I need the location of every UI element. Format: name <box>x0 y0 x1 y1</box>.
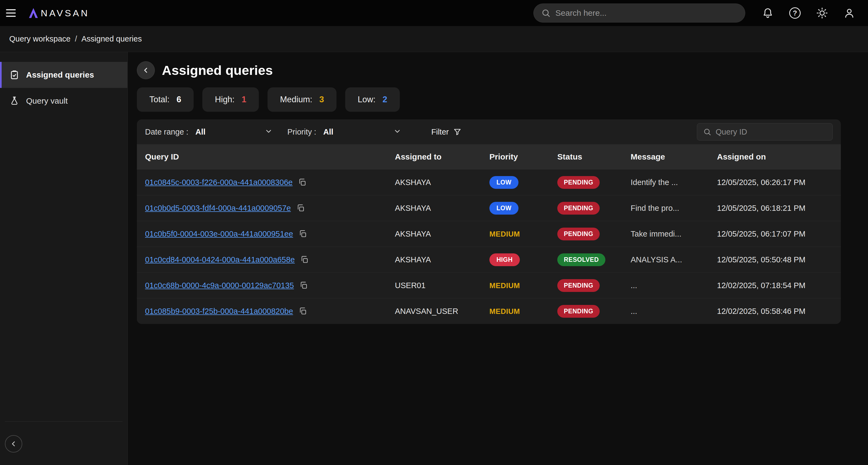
date-range-select[interactable]: Date range : All <box>145 127 273 136</box>
table-header: Query ID Assigned to Priority Status Mes… <box>137 144 841 169</box>
copy-icon[interactable] <box>299 307 307 315</box>
copy-icon[interactable] <box>298 178 307 187</box>
copy-icon[interactable] <box>296 204 305 212</box>
status-badge: PENDING <box>557 305 600 318</box>
breadcrumb-assigned-queries[interactable]: Assigned queries <box>82 34 142 43</box>
stats-row: Total: 6 High: 1 Medium: 3 Low: 2 <box>137 87 855 112</box>
brand-text: NAVSAN <box>41 8 89 19</box>
sidebar-item-assigned-queries[interactable]: Assigned queries <box>0 62 127 88</box>
message-cell: ... <box>631 307 717 316</box>
priority-badge: MEDIUM <box>489 281 520 290</box>
filter-button[interactable]: Filter <box>431 128 462 136</box>
table-row: 01c0b5f0-0004-003e-000a-441a000951ee AKS… <box>137 221 841 246</box>
theme-sun-icon[interactable] <box>816 7 828 19</box>
back-button[interactable] <box>137 61 155 79</box>
copy-icon[interactable] <box>300 255 309 264</box>
page-title: Assigned queries <box>162 63 273 78</box>
stat-label: High: <box>215 95 235 104</box>
status-badge: PENDING <box>557 202 600 214</box>
breadcrumb: Query workspace / Assigned queries <box>0 26 868 52</box>
copy-icon[interactable] <box>299 281 308 290</box>
query-id-link[interactable]: 01c085b9-0003-f25b-000a-441a000820be <box>145 307 293 316</box>
table-row: 01c0b0d5-0003-fdf4-000a-441a0009057e AKS… <box>137 195 841 221</box>
assigned-to-cell: AKSHAYA <box>395 230 489 238</box>
chevron-left-icon <box>9 440 18 448</box>
column-header-message: Message <box>631 152 717 161</box>
global-search[interactable] <box>533 3 745 23</box>
assigned-on-cell: 12/05/2025, 06:18:21 PM <box>717 204 833 213</box>
chevron-left-icon <box>142 66 150 74</box>
query-id-link[interactable]: 01c0b5f0-0004-003e-000a-441a000951ee <box>145 230 293 238</box>
stat-value: 1 <box>242 95 246 104</box>
stat-label: Medium: <box>280 95 312 104</box>
priority-label: Priority : <box>287 128 316 136</box>
sidebar-item-query-vault[interactable]: Query vault <box>0 88 127 114</box>
help-icon[interactable]: ? <box>789 7 801 19</box>
anavsan-logo: NAVSAN <box>27 7 89 19</box>
status-badge: PENDING <box>557 176 600 189</box>
assigned-to-cell: AKSHAYA <box>395 178 489 187</box>
query-id-search[interactable] <box>697 123 833 140</box>
column-header-assigned-to: Assigned to <box>395 152 489 161</box>
table-row: 01c0845c-0003-f226-000a-441a0008306e AKS… <box>137 169 841 195</box>
global-search-input[interactable] <box>555 8 737 18</box>
sidebar-divider <box>5 421 123 422</box>
user-profile-icon[interactable] <box>843 7 855 19</box>
priority-badge: LOW <box>489 202 519 214</box>
stat-value: 3 <box>319 95 324 104</box>
priority-badge: MEDIUM <box>489 307 520 316</box>
sidebar-item-label: Query vault <box>26 96 68 105</box>
assigned-on-cell: 12/02/2025, 07:18:54 PM <box>717 281 833 290</box>
status-badge: RESOLVED <box>557 254 606 266</box>
message-cell: Find the pro... <box>631 204 717 213</box>
stat-value: 2 <box>383 95 387 104</box>
stat-chip: High: 1 <box>202 87 259 112</box>
query-id-search-input[interactable] <box>716 128 827 136</box>
message-cell: ANALYSIS A... <box>631 255 717 264</box>
status-badge: PENDING <box>557 228 600 240</box>
sidebar-item-label: Assigned queries <box>26 70 94 79</box>
chevron-down-icon <box>265 127 273 136</box>
breadcrumb-separator: / <box>75 34 77 43</box>
table-body: 01c0845c-0003-f226-000a-441a0008306e AKS… <box>137 169 841 324</box>
query-id-link[interactable]: 01c0b0d5-0003-fdf4-000a-441a0009057e <box>145 204 291 213</box>
date-range-label: Date range : <box>145 128 188 136</box>
assigned-to-cell: AKSHAYA <box>395 255 489 264</box>
stat-chip: Medium: 3 <box>268 87 337 112</box>
table-row: 01c0cd84-0004-0424-000a-441a000a658e AKS… <box>137 246 841 272</box>
assigned-to-cell: AKSHAYA <box>395 204 489 213</box>
assigned-on-cell: 12/02/2025, 05:58:46 PM <box>717 307 833 316</box>
column-header-assigned-on: Assigned on <box>717 152 833 161</box>
stat-chip: Low: 2 <box>345 87 400 112</box>
assigned-on-cell: 12/05/2025, 06:26:17 PM <box>717 178 833 187</box>
breadcrumb-query-workspace[interactable]: Query workspace <box>9 34 71 43</box>
priority-badge: MEDIUM <box>489 230 520 238</box>
stat-chip: Total: 6 <box>137 87 194 112</box>
priority-badge: HIGH <box>489 254 520 266</box>
priority-badge: LOW <box>489 176 519 189</box>
assigned-to-cell: ANAVSAN_USER <box>395 307 489 316</box>
status-badge: PENDING <box>557 279 600 292</box>
top-bar: NAVSAN ? <box>0 0 868 26</box>
anavsan-logo-icon <box>27 7 40 19</box>
assigned-to-cell: USER01 <box>395 281 489 290</box>
query-id-link[interactable]: 01c0cd84-0004-0424-000a-441a000a658e <box>145 255 295 264</box>
notifications-bell-icon[interactable] <box>762 7 774 19</box>
column-header-status: Status <box>557 152 631 161</box>
assigned-on-cell: 12/05/2025, 05:50:48 PM <box>717 255 833 264</box>
message-cell: Identify the ... <box>631 178 717 187</box>
query-id-link[interactable]: 01c0c68b-0000-4c9a-0000-00129ac70135 <box>145 281 294 290</box>
search-icon <box>703 128 711 136</box>
message-cell: Take immedi... <box>631 230 717 238</box>
filter-button-label: Filter <box>431 128 449 136</box>
message-cell: ... <box>631 281 717 290</box>
hamburger-menu-icon[interactable] <box>6 5 21 21</box>
main-content: Assigned queries Total: 6 High: 1 Medium… <box>128 52 868 465</box>
copy-icon[interactable] <box>299 230 307 238</box>
table-row: 01c085b9-0003-f25b-000a-441a000820be ANA… <box>137 298 841 324</box>
stat-label: Total: <box>149 95 169 104</box>
sidebar-collapse-button[interactable] <box>5 435 22 453</box>
filter-row: Date range : All Priority : All Filter <box>137 120 841 144</box>
priority-select[interactable]: Priority : All <box>287 127 401 136</box>
query-id-link[interactable]: 01c0845c-0003-f226-000a-441a0008306e <box>145 178 292 187</box>
